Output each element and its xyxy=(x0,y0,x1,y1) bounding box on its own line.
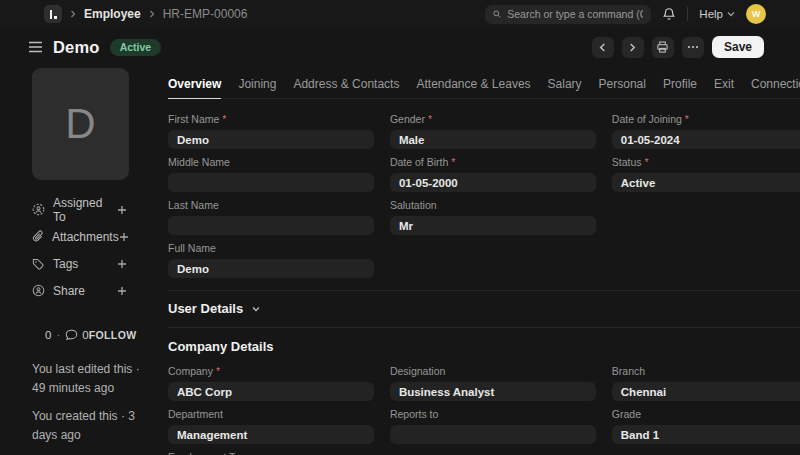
branch-input[interactable]: Chennai xyxy=(612,382,800,401)
salutation-input[interactable]: Mr xyxy=(390,216,596,235)
full-name-input[interactable]: Demo xyxy=(168,259,374,278)
last-name-input[interactable] xyxy=(168,216,374,235)
company-fields-grid: Company* ABC Corp Designation Business A… xyxy=(168,365,800,455)
company-details-heading: Company Details xyxy=(168,339,800,354)
save-button[interactable]: Save xyxy=(712,36,764,58)
field-branch: Branch Chennai xyxy=(612,365,800,401)
plus-icon xyxy=(117,205,127,215)
chevron-right-icon xyxy=(148,10,156,18)
add-share-button[interactable] xyxy=(117,286,127,296)
more-options-button[interactable] xyxy=(682,37,704,58)
tab-personal[interactable]: Personal xyxy=(599,77,646,91)
top-navbar: Employee HR-EMP-00006 Search or type a c… xyxy=(0,0,800,28)
field-company: Company* ABC Corp xyxy=(168,365,374,401)
help-menu[interactable]: Help xyxy=(699,8,735,20)
document-sidebar: D Assigned To Attachments xyxy=(0,64,160,444)
user-details-toggle[interactable]: User Details xyxy=(168,301,800,316)
page-title: Demo xyxy=(53,38,100,57)
field-grade: Grade Band 1 xyxy=(612,408,800,444)
search-icon xyxy=(493,9,501,19)
ellipsis-icon xyxy=(687,45,699,49)
tab-salary[interactable]: Salary xyxy=(548,77,582,91)
user-details-section: User Details xyxy=(168,290,800,328)
global-search-input[interactable]: Search or type a command (Ctrl + G) xyxy=(485,5,651,24)
employee-image-placeholder[interactable]: D xyxy=(32,68,129,180)
field-gender: Gender* Male xyxy=(390,113,596,149)
sidebar-item-share[interactable]: Share xyxy=(32,277,127,304)
field-date-of-joining: Date of Joining* 01-05-2024 xyxy=(612,113,800,149)
tab-connections[interactable]: Connections xyxy=(751,77,800,91)
plus-icon xyxy=(119,232,129,242)
comment-icon xyxy=(65,329,78,341)
sidebar-item-tags[interactable]: Tags xyxy=(32,250,127,277)
form-main-area: Overview Joining Address & Contacts Atte… xyxy=(160,64,800,455)
paperclip-icon xyxy=(32,230,44,243)
page-title-bar: Demo Active Save xyxy=(0,28,800,64)
field-middle-name: Middle Name xyxy=(168,156,374,192)
status-badge: Active xyxy=(110,39,162,56)
last-edited-text[interactable]: You last edited this · 49 minutes ago xyxy=(32,360,144,397)
tag-icon xyxy=(32,258,45,270)
like-count[interactable]: 0 xyxy=(45,329,51,341)
follow-button[interactable]: FOLLOW xyxy=(89,329,137,341)
field-full-name: Full Name Demo xyxy=(168,242,374,278)
breadcrumb-employee[interactable]: Employee xyxy=(84,7,141,21)
overview-fields-grid: First Name* Demo Gender* Male Date of Jo… xyxy=(168,113,800,278)
field-date-of-birth: Date of Birth* 01-05-2000 xyxy=(390,156,596,192)
company-input[interactable]: ABC Corp xyxy=(168,382,374,401)
field-reports-to: Reports to xyxy=(390,408,596,444)
document-activity-row: 0 · 0 FOLLOW xyxy=(32,329,133,341)
add-attachment-button[interactable] xyxy=(119,232,129,242)
search-placeholder: Search or type a command (Ctrl + G) xyxy=(507,8,643,20)
printer-icon xyxy=(656,41,669,53)
field-salutation: Salutation Mr xyxy=(390,199,596,235)
gender-input[interactable]: Male xyxy=(390,130,596,149)
tab-joining[interactable]: Joining xyxy=(238,77,276,91)
tab-address-contacts[interactable]: Address & Contacts xyxy=(293,77,399,91)
field-first-name: First Name* Demo xyxy=(168,113,374,149)
date-of-birth-input[interactable]: 01-05-2000 xyxy=(390,173,596,192)
field-last-name: Last Name xyxy=(168,199,374,235)
field-department: Department Management xyxy=(168,408,374,444)
field-status: Status* Active xyxy=(612,156,800,192)
chevron-down-icon xyxy=(727,10,735,18)
form-tabs: Overview Joining Address & Contacts Atte… xyxy=(168,77,800,99)
reports-to-input[interactable] xyxy=(390,425,596,444)
designation-input[interactable]: Business Analyst xyxy=(390,382,596,401)
print-button[interactable] xyxy=(652,37,674,58)
prev-record-button[interactable] xyxy=(592,37,614,58)
field-designation: Designation Business Analyst xyxy=(390,365,596,401)
grade-input[interactable]: Band 1 xyxy=(612,425,800,444)
assign-icon xyxy=(32,203,45,216)
next-record-button[interactable] xyxy=(622,37,644,58)
plus-icon xyxy=(117,286,127,296)
app-logo-icon[interactable] xyxy=(44,5,62,23)
date-of-joining-input[interactable]: 01-05-2024 xyxy=(612,130,800,149)
tab-exit[interactable]: Exit xyxy=(714,77,734,91)
navbar-divider xyxy=(687,7,688,21)
plus-icon xyxy=(117,259,127,269)
middle-name-input[interactable] xyxy=(168,173,374,192)
share-icon xyxy=(32,284,45,297)
field-employment-type: Employment Type xyxy=(168,451,374,455)
add-tag-button[interactable] xyxy=(117,259,127,269)
add-assignment-button[interactable] xyxy=(117,205,127,215)
tab-overview[interactable]: Overview xyxy=(168,77,221,91)
sidebar-item-assigned-to[interactable]: Assigned To xyxy=(32,196,127,223)
chevron-right-icon xyxy=(69,10,77,18)
tab-attendance-leaves[interactable]: Attendance & Leaves xyxy=(416,77,530,91)
created-text[interactable]: You created this · 3 days ago xyxy=(32,407,144,444)
breadcrumb-record-id[interactable]: HR-EMP-00006 xyxy=(163,7,248,21)
sidebar-toggle-icon[interactable] xyxy=(28,41,43,53)
department-input[interactable]: Management xyxy=(168,425,374,444)
status-select[interactable]: Active xyxy=(612,173,800,192)
chevron-down-icon xyxy=(251,304,261,314)
first-name-input[interactable]: Demo xyxy=(168,130,374,149)
user-avatar[interactable]: W xyxy=(746,4,766,24)
breadcrumb: Employee HR-EMP-00006 xyxy=(44,5,247,23)
tab-profile[interactable]: Profile xyxy=(663,77,697,91)
notifications-bell-icon[interactable] xyxy=(662,7,676,21)
sidebar-item-attachments[interactable]: Attachments xyxy=(32,223,127,250)
